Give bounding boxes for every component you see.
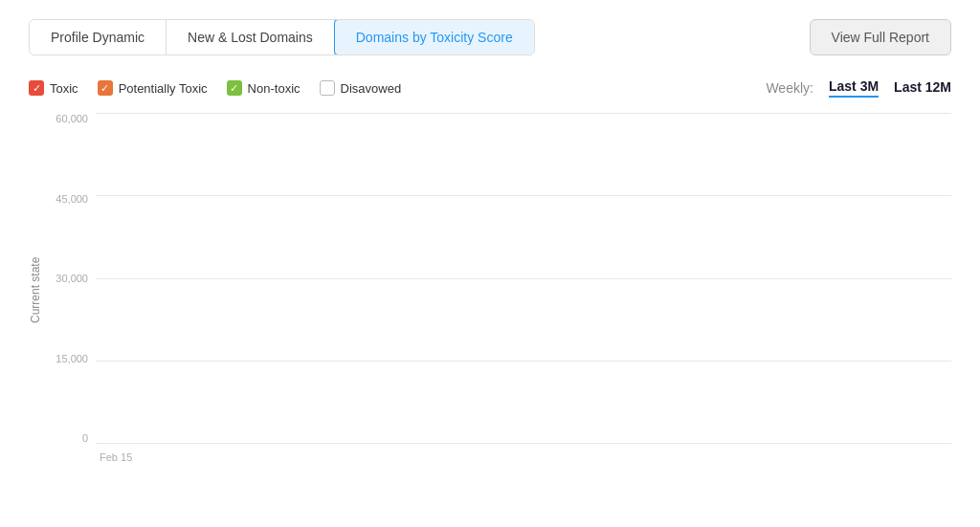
bar-group <box>344 113 400 444</box>
bar-group <box>404 113 460 444</box>
tab-new-lost-domains[interactable]: New & Lost Domains <box>167 20 335 55</box>
bar-group <box>525 113 582 444</box>
chart-area: 0 15,000 30,000 45,000 60,000 <box>48 113 951 467</box>
y-axis-label: Current state <box>29 113 42 467</box>
legend-non-toxic[interactable]: ✓ Non-toxic <box>227 80 301 96</box>
toxic-checkbox-icon: ✓ <box>29 80 44 96</box>
bar-group <box>587 113 643 444</box>
legend-items: ✓ Toxic ✓ Potentially Toxic ✓ Non-toxic … <box>29 80 766 96</box>
y-tick-0: 0 <box>48 432 88 444</box>
bar-group <box>282 113 339 444</box>
bar-group <box>465 113 522 444</box>
legend-disavowed[interactable]: Disavowed <box>320 80 402 96</box>
disavowed-checkbox-icon <box>320 80 335 96</box>
y-tick-15k: 15,000 <box>48 353 88 364</box>
non-toxic-checkbox-icon: ✓ <box>227 80 242 96</box>
main-container: Profile Dynamic New & Lost Domains Domai… <box>0 0 980 527</box>
bar-group <box>648 113 704 444</box>
bar-group <box>161 113 217 444</box>
legend-potentially-toxic[interactable]: ✓ Potentially Toxic <box>98 80 208 96</box>
chart-inner: 0 15,000 30,000 45,000 60,000 <box>48 113 951 467</box>
y-tick-30k: 30,000 <box>48 273 88 284</box>
chart-wrapper: Current state 0 15,000 30,000 45,000 60,… <box>29 113 951 467</box>
tab-domains-toxicity[interactable]: Domains by Toxicity Score <box>334 19 535 55</box>
legend-toxic[interactable]: ✓ Toxic <box>29 80 78 96</box>
bar-group <box>221 113 278 444</box>
tab-profile-dynamic[interactable]: Profile Dynamic <box>30 20 167 55</box>
tabs-group: Profile Dynamic New & Lost Domains Domai… <box>29 19 535 55</box>
x-labels: Feb 15 <box>96 451 951 463</box>
bar-group <box>891 113 947 444</box>
bar-group <box>769 113 826 444</box>
view-full-report-button[interactable]: View Full Report <box>810 19 951 55</box>
time-label: Weekly: <box>766 80 813 96</box>
y-ticks: 0 15,000 30,000 45,000 60,000 <box>48 113 96 467</box>
y-tick-60k: 60,000 <box>48 113 88 124</box>
bar-group <box>100 113 156 444</box>
bar-group <box>708 113 765 444</box>
potentially-toxic-checkbox-icon: ✓ <box>98 80 113 96</box>
time-btn-12m[interactable]: Last 12M <box>894 79 951 97</box>
y-tick-45k: 45,000 <box>48 193 88 205</box>
bar-group <box>831 113 887 444</box>
tabs-row: Profile Dynamic New & Lost Domains Domai… <box>29 19 951 55</box>
time-controls: Weekly: Last 3M Last 12M <box>766 78 951 98</box>
bars-container <box>96 113 951 444</box>
x-label: Feb 15 <box>100 451 160 463</box>
time-btn-3m[interactable]: Last 3M <box>829 78 879 98</box>
legend-row: ✓ Toxic ✓ Potentially Toxic ✓ Non-toxic … <box>29 78 951 98</box>
bars-area: Feb 15 <box>96 113 951 467</box>
